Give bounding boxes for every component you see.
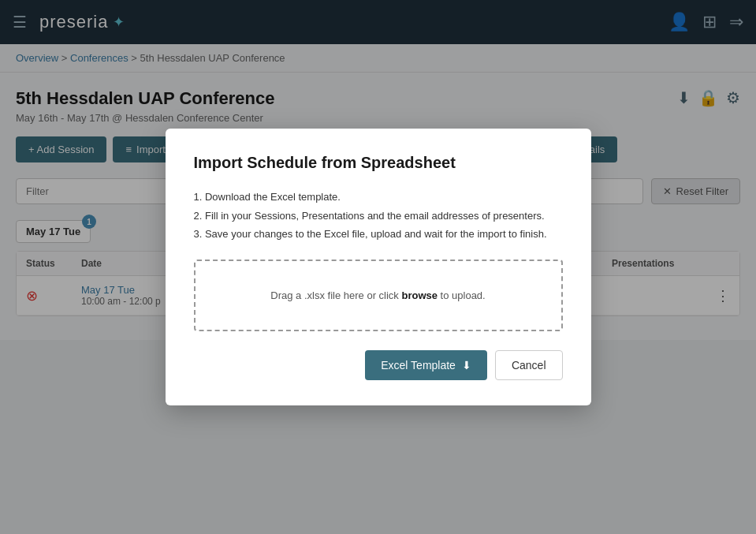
modal-title: Import Schedule from Spreadsheet	[194, 154, 563, 172]
excel-template-label: Excel Template	[381, 359, 456, 372]
upload-text-after: to upload.	[438, 289, 486, 301]
instruction-1: 1. Download the Excel template.	[194, 188, 563, 206]
import-schedule-modal: Import Schedule from Spreadsheet 1. Down…	[166, 129, 591, 405]
instruction-2: 2. Fill in your Sessions, Presentations …	[194, 207, 563, 225]
browse-link[interactable]: browse	[401, 289, 438, 301]
excel-download-icon: ⬇	[462, 359, 471, 372]
cancel-button[interactable]: Cancel	[495, 350, 563, 380]
upload-text-before: Drag a .xlsx file here or click	[270, 289, 401, 301]
modal-footer: Excel Template ⬇ Cancel	[194, 350, 563, 380]
excel-template-button[interactable]: Excel Template ⬇	[365, 350, 487, 380]
modal-instructions: 1. Download the Excel template. 2. Fill …	[194, 188, 563, 243]
instruction-3: 3. Save your changes to the Excel file, …	[194, 225, 563, 243]
modal-overlay: Import Schedule from Spreadsheet 1. Down…	[0, 0, 756, 534]
upload-zone[interactable]: Drag a .xlsx file here or click browse t…	[194, 260, 563, 331]
